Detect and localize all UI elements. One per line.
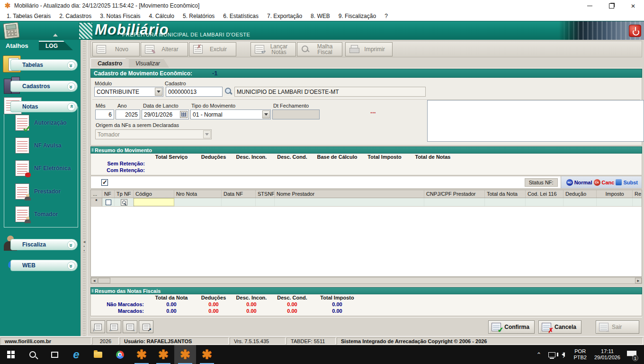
tipo-movimento-select[interactable]: 01 - Normal <box>190 109 271 119</box>
sidebar-item-notas[interactable]: Notas » <box>10 101 78 112</box>
taskbar-ie-button[interactable]: e <box>65 345 87 364</box>
menu-web[interactable]: 8. WEB <box>306 13 334 19</box>
taskbar-app3-button[interactable]: ✱ <box>174 345 196 364</box>
grid-column-header[interactable]: ... <box>91 190 102 198</box>
tab-visualizar[interactable]: Visualizar <box>129 58 170 68</box>
taskbar-chrome-button[interactable] <box>109 345 131 364</box>
sidebar-item-nf-eletronica[interactable]: NF Eletrônica <box>15 160 71 176</box>
menu-estatisticas[interactable]: 6. Estatísticas <box>219 13 263 19</box>
language-indicator[interactable]: POR PTB2 <box>570 348 590 361</box>
modulo-select[interactable]: CONTRIBUINTE <box>94 87 163 97</box>
tab-cadastro[interactable]: Cadastro <box>90 58 132 68</box>
restore-button[interactable] <box>600 0 622 11</box>
sidebar-item-tabelas[interactable]: Tabelas » <box>10 59 78 71</box>
menu-relatorios[interactable]: 5. Relatórios <box>179 13 219 19</box>
sidebar-item-tomador[interactable]: Tomador <box>15 206 58 222</box>
codigo-edit-cell[interactable] <box>134 198 174 206</box>
novo-button[interactable]: Novo <box>92 42 140 56</box>
sidebar-item-autorizacao[interactable]: Autorização <box>15 115 67 131</box>
menu-tabelas-gerais[interactable]: 1. Tabelas Gerais <box>2 13 55 19</box>
grid-horizontal-scrollbar[interactable]: ◄ ► <box>90 277 642 284</box>
grid-column-header[interactable]: Nome Prestador <box>275 190 424 198</box>
cancela-button[interactable]: ✗ Cancela <box>538 320 581 334</box>
start-button[interactable] <box>0 345 22 364</box>
dropdown-arrow-icon[interactable] <box>155 88 162 96</box>
grid-column-header[interactable]: Tp NF <box>115 190 134 198</box>
chevron-down-icon[interactable]: » <box>67 61 75 69</box>
row-lookup-cell[interactable] <box>115 198 134 206</box>
menu-cadastros[interactable]: 2. Cadastros <box>55 13 96 19</box>
origem-select[interactable]: Tomador <box>95 129 212 139</box>
row-checkbox[interactable] <box>106 200 111 205</box>
taskbar-search-button[interactable] <box>22 345 44 364</box>
scroll-left-icon[interactable]: ◄ <box>91 278 98 283</box>
splitter-handle[interactable]: ◄▪▪ <box>81 239 87 252</box>
grid-column-header[interactable]: STSNF <box>256 190 275 198</box>
taskbar-app4-button[interactable]: ✱ <box>196 345 218 364</box>
observation-memo[interactable] <box>427 100 644 142</box>
task-view-button[interactable] <box>44 345 65 364</box>
taskbar-app1-button[interactable]: ✱ <box>131 345 152 364</box>
menu-fiscalizacao[interactable]: 9. Fiscalização <box>334 13 380 19</box>
statusbar-site[interactable]: www.fiorilli.com.br <box>0 337 91 345</box>
scroll-thumb[interactable] <box>98 278 110 283</box>
menu-calculo[interactable]: 4. Cálculo <box>145 13 179 19</box>
lancar-notas-button[interactable]: ↩ Lançar Notas <box>250 42 296 56</box>
menu-help[interactable]: ? <box>380 13 392 19</box>
close-button[interactable] <box>622 0 644 11</box>
chevron-down-icon[interactable]: » <box>67 241 75 249</box>
data-lancto-input[interactable]: 29/01/2026 <box>142 109 189 119</box>
select-all-checkbox[interactable] <box>101 179 108 186</box>
grid-column-header[interactable]: Imposto <box>597 190 633 198</box>
chevron-up-icon[interactable]: » <box>67 103 75 111</box>
chevron-down-icon[interactable]: » <box>67 262 75 270</box>
power-exit-icon[interactable] <box>629 25 641 37</box>
menu-exportacao[interactable]: 7. Exportação <box>263 13 306 19</box>
sidebar-item-prestador[interactable]: Prestador <box>15 183 61 200</box>
grid-column-header[interactable]: CNPJ/CPF Prestador <box>424 190 485 198</box>
taskbar-app2-button[interactable]: ✱ <box>152 345 174 364</box>
grid-column-header[interactable]: Data NF <box>222 190 256 198</box>
sidebar-splitter[interactable]: ◄▪▪ <box>80 40 87 336</box>
imprimir-button[interactable]: Imprimir <box>345 42 393 56</box>
sidebar-item-web[interactable]: WEB » <box>10 260 78 271</box>
grid-new-row[interactable]: * <box>90 198 642 207</box>
network-icon[interactable] <box>548 352 555 357</box>
grid-column-header[interactable]: NF <box>102 190 115 198</box>
cadastro-input[interactable]: 000000013 <box>166 87 223 97</box>
volume-icon[interactable] <box>562 352 565 357</box>
sidebar-item-fiscaliza[interactable]: Fiscaliza » <box>10 239 78 250</box>
grid-column-header[interactable]: Código <box>134 190 174 198</box>
row-lookup-icon[interactable] <box>121 199 127 206</box>
sidebar-log-tab[interactable]: LOG <box>39 41 73 50</box>
scroll-right-icon[interactable]: ► <box>635 278 642 283</box>
dt-fechamento-input[interactable] <box>272 109 320 119</box>
malha-fiscal-button[interactable]: Malha Fiscal <box>297 42 342 56</box>
sair-button[interactable]: → Sair <box>596 320 639 334</box>
grid-column-header[interactable]: Nro Nota <box>174 190 222 198</box>
grid-column-header[interactable]: Total da Nota <box>485 190 526 198</box>
clock[interactable]: 17:11 29/01/2026 <box>590 348 624 361</box>
sidebar-item-cadastros[interactable]: Cadastros » <box>10 81 78 92</box>
excluir-button[interactable]: ✗ Excluir <box>189 42 236 56</box>
tray-expand-icon[interactable]: ⌃ <box>533 351 546 358</box>
alterar-button[interactable]: ✎ Alterar <box>141 42 188 56</box>
dropdown-arrow-icon[interactable] <box>262 110 270 118</box>
taskbar-explorer-button[interactable] <box>87 345 109 364</box>
sidebar-item-nf-avulsa[interactable]: NF Avulsa <box>15 137 62 154</box>
grid-column-header[interactable]: Cod. Lei 116 <box>526 190 564 198</box>
ano-input[interactable]: 2025 <box>116 109 140 119</box>
record-nav-first-button[interactable]: ↓ <box>90 320 105 333</box>
record-nav-prev-button[interactable]: ← <box>107 320 121 333</box>
record-nav-last-button[interactable]: ↗ <box>139 320 153 333</box>
grid-column-header[interactable]: Dedução <box>564 190 597 198</box>
cadastro-lookup-icon[interactable] <box>224 87 233 97</box>
confirma-button[interactable]: ✓ Confirma <box>488 320 535 334</box>
calendar-icon[interactable] <box>180 111 188 118</box>
grid-column-header[interactable]: Re <box>633 190 642 198</box>
mes-input[interactable]: 6 <box>95 109 114 119</box>
row-checkbox-cell[interactable] <box>102 198 115 206</box>
record-nav-next-button[interactable]: → <box>123 320 137 333</box>
minimize-button[interactable] <box>579 0 600 11</box>
menu-notas-fiscais[interactable]: 3. Notas Fiscais <box>96 13 144 19</box>
